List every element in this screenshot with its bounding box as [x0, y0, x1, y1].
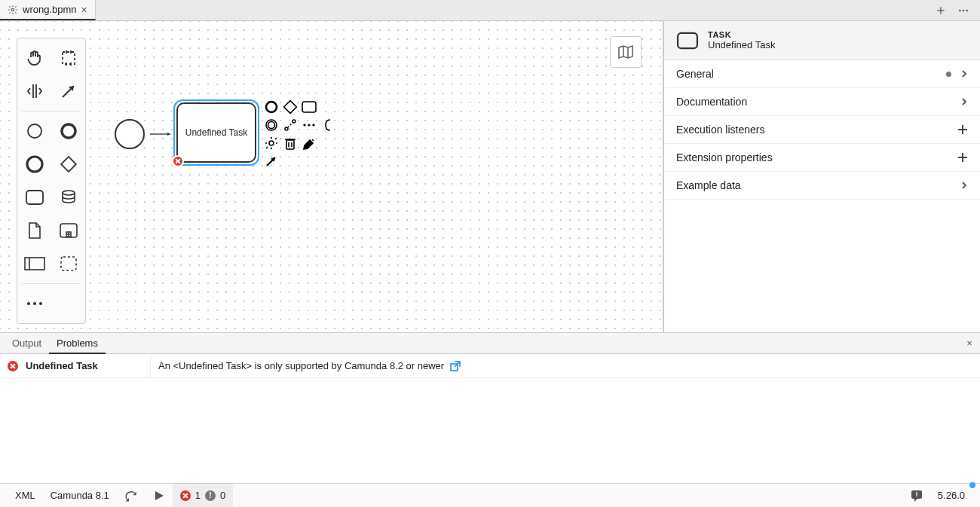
svg-line-43 — [288, 123, 292, 127]
svg-marker-53 — [272, 158, 274, 160]
minimap-toggle[interactable] — [610, 36, 642, 68]
space-tool[interactable] — [17, 75, 51, 108]
problem-element-label: Undefined Task — [26, 360, 98, 371]
tab-overflow-menu[interactable] — [957, 5, 969, 17]
svg-point-41 — [285, 127, 288, 130]
svg-point-3 — [959, 9, 961, 11]
svg-point-46 — [312, 124, 314, 126]
palette-more[interactable] — [17, 287, 51, 320]
error-icon — [180, 490, 191, 501]
task-node-label: Undefined Task — [185, 127, 248, 138]
tab-problems[interactable]: Problems — [49, 333, 106, 354]
svg-rect-38 — [302, 102, 316, 112]
external-link-icon[interactable] — [450, 361, 461, 371]
tab-output[interactable]: Output — [5, 333, 49, 353]
group-extension-properties-label: Extension properties — [676, 151, 773, 163]
error-icon — [8, 361, 18, 371]
append-end-event[interactable] — [264, 99, 279, 115]
group-general-label: General — [676, 68, 714, 80]
svg-point-45 — [308, 124, 310, 126]
append-annotation[interactable] — [320, 118, 335, 133]
group-documentation-label: Documentation — [676, 96, 747, 108]
chevron-right-icon — [960, 182, 968, 189]
start-instance-button[interactable] — [145, 484, 173, 507]
view-xml-button[interactable]: XML — [8, 484, 43, 507]
chevron-right-icon — [960, 98, 968, 105]
group-execution-listeners-label: Execution listeners — [676, 124, 765, 136]
element-type-label: TASK — [708, 30, 775, 39]
close-tab-button[interactable]: × — [81, 4, 87, 16]
connect-element[interactable] — [264, 154, 279, 169]
add-tab-button[interactable] — [935, 5, 947, 17]
group-tool[interactable] — [51, 247, 85, 280]
task-tool[interactable] — [17, 181, 51, 214]
group-extension-properties[interactable]: Extension properties — [664, 144, 980, 172]
group-example-data[interactable]: Example data — [664, 172, 980, 200]
svg-rect-6 — [63, 52, 75, 64]
svg-point-16 — [62, 124, 75, 138]
color-element[interactable] — [302, 136, 317, 151]
warning-icon: ! — [205, 490, 216, 501]
intermediate-event-tool[interactable] — [17, 148, 51, 181]
svg-point-47 — [269, 141, 274, 145]
append-gateway[interactable] — [283, 99, 298, 115]
start-event-node[interactable] — [115, 119, 145, 149]
lasso-tool[interactable] — [51, 41, 85, 75]
svg-point-5 — [966, 9, 968, 11]
svg-marker-61 — [155, 491, 164, 500]
lint-issues-button[interactable]: 1 ! 0 — [173, 484, 233, 507]
error-count: 1 — [195, 490, 201, 501]
element-name-label: Undefined Task — [708, 39, 775, 50]
subprocess-tool[interactable] — [51, 214, 85, 247]
svg-point-4 — [963, 9, 965, 11]
close-bottom-panel[interactable]: × — [959, 333, 980, 353]
group-general[interactable]: General — [664, 60, 980, 88]
append-more[interactable] — [302, 118, 317, 133]
svg-point-30 — [33, 302, 36, 305]
add-icon[interactable] — [957, 152, 968, 163]
connect-tool[interactable] — [51, 75, 85, 108]
file-tab[interactable]: wrong.bpmn × — [0, 0, 96, 20]
svg-point-42 — [292, 120, 296, 123]
data-object-tool[interactable] — [17, 214, 51, 247]
append-connection[interactable] — [283, 118, 298, 133]
svg-rect-48 — [286, 140, 294, 149]
group-execution-listeners[interactable]: Execution listeners — [664, 116, 980, 144]
svg-rect-54 — [678, 32, 697, 47]
context-pad — [264, 99, 335, 169]
svg-point-40 — [268, 122, 275, 129]
warning-count: 0 — [220, 490, 225, 501]
participant-tool[interactable] — [17, 247, 51, 280]
group-example-data-label: Example data — [676, 179, 741, 191]
feedback-button[interactable]: ! — [903, 484, 930, 507]
change-type[interactable] — [264, 136, 279, 151]
problem-row[interactable]: Undefined Task An <Undefined Task> is on… — [0, 354, 980, 378]
chevron-right-icon — [960, 70, 968, 78]
append-intermediate-event[interactable] — [264, 118, 279, 133]
element-palette — [17, 38, 86, 324]
properties-panel: TASK Undefined Task General Documentatio… — [663, 21, 980, 332]
svg-rect-37 — [284, 101, 297, 114]
append-task[interactable] — [302, 99, 317, 115]
end-event-tool[interactable] — [51, 115, 85, 148]
sequence-flow[interactable] — [145, 133, 176, 136]
properties-header: TASK Undefined Task — [664, 21, 980, 60]
group-documentation[interactable]: Documentation — [664, 88, 980, 116]
version-label[interactable]: 5.26.0 — [930, 484, 972, 507]
task-error-badge[interactable] — [172, 155, 184, 167]
task-node[interactable]: Undefined Task — [173, 99, 259, 166]
engine-profile-button[interactable]: Camunda 8.1 — [43, 484, 117, 507]
svg-point-36 — [266, 102, 277, 112]
deploy-button[interactable] — [117, 484, 145, 507]
svg-point-0 — [11, 8, 14, 11]
hand-tool[interactable] — [17, 41, 51, 75]
svg-rect-19 — [61, 157, 76, 172]
diagram-canvas[interactable]: Undefined Task — [0, 21, 663, 332]
svg-point-18 — [29, 159, 40, 170]
start-event-tool[interactable] — [17, 115, 51, 148]
problem-message: An <Undefined Task> is only supported by… — [158, 360, 444, 371]
add-icon[interactable] — [957, 124, 968, 135]
delete-element[interactable] — [283, 136, 298, 151]
gateway-tool[interactable] — [51, 148, 85, 181]
data-store-tool[interactable] — [51, 181, 85, 214]
